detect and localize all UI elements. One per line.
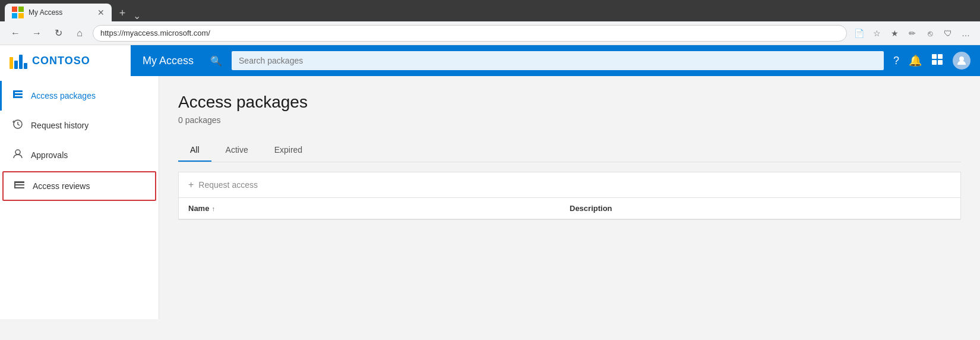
back-button[interactable]: ← xyxy=(7,25,24,42)
sidebar-item-access-packages[interactable]: Access packages xyxy=(0,81,159,111)
tabs-divider xyxy=(178,162,961,162)
access-packages-icon xyxy=(12,89,24,102)
notifications-icon[interactable]: 🔔 xyxy=(909,54,922,67)
address-bar-icons: 📄 ☆ ★ ✏ ⎋ 🛡 … xyxy=(852,26,973,40)
svg-rect-1 xyxy=(938,54,943,59)
sidebar-item-request-history[interactable]: Request history xyxy=(0,111,159,140)
app-header: CONTOSO My Access 🔍 ? 🔔 xyxy=(0,45,980,76)
request-history-icon xyxy=(12,119,24,132)
home-button[interactable]: ⌂ xyxy=(71,25,88,42)
access-reviews-icon xyxy=(14,180,26,193)
column-header-name[interactable]: Name ↑ xyxy=(188,204,570,213)
tab-all[interactable]: All xyxy=(178,139,211,162)
col-name-label: Name xyxy=(188,204,209,213)
svg-rect-0 xyxy=(932,54,937,59)
sidebar-label-approvals: Approvals xyxy=(31,150,68,160)
reader-view-icon[interactable]: 📄 xyxy=(852,26,866,40)
avatar[interactable] xyxy=(953,52,970,70)
sidebar-item-approvals[interactable]: Approvals xyxy=(0,140,159,170)
ms-favicon-icon xyxy=(12,7,24,18)
sidebar-label-access-reviews: Access reviews xyxy=(33,181,90,191)
svg-rect-12 xyxy=(15,184,24,185)
tab-close-button[interactable]: ✕ xyxy=(97,8,105,17)
logo-area: CONTOSO xyxy=(0,45,131,76)
app-title: My Access xyxy=(131,55,206,67)
content-area: Access packages 0 packages All Active Ex… xyxy=(159,76,980,319)
svg-rect-11 xyxy=(15,181,24,183)
forward-button[interactable]: → xyxy=(29,25,45,42)
tabs: All Active Expired xyxy=(178,139,961,162)
sidebar: Access packages Request history Approval… xyxy=(0,76,159,319)
refresh-button[interactable]: ↻ xyxy=(50,25,67,42)
sidebar-label-access-packages: Access packages xyxy=(31,91,96,100)
tab-active[interactable]: Active xyxy=(214,139,260,162)
header-icons: ? 🔔 xyxy=(893,52,980,70)
browser-tab-bar: My Access ✕ + ⌄ xyxy=(0,0,980,21)
packages-count: 0 packages xyxy=(178,115,961,125)
tab-dropdown-button[interactable]: ⌄ xyxy=(133,10,141,21)
contoso-logo-icon xyxy=(10,52,27,69)
sort-arrow-icon: ↑ xyxy=(211,205,215,212)
network-icon[interactable] xyxy=(931,53,943,68)
logo-text: CONTOSO xyxy=(32,55,90,67)
svg-rect-3 xyxy=(938,60,943,65)
approvals-icon xyxy=(12,149,24,162)
favorites-icon[interactable]: ★ xyxy=(887,26,902,40)
bookmark-icon[interactable]: ☆ xyxy=(870,26,884,40)
new-tab-button[interactable]: + xyxy=(114,5,131,21)
request-access-label: Request access xyxy=(198,180,258,190)
main-layout: Access packages Request history Approval… xyxy=(0,76,980,319)
more-icon[interactable]: … xyxy=(959,26,973,40)
svg-rect-2 xyxy=(932,60,937,65)
col-description-label: Description xyxy=(570,204,612,213)
pen-icon[interactable]: ✏ xyxy=(905,26,919,40)
column-header-description[interactable]: Description xyxy=(570,204,951,213)
svg-point-4 xyxy=(959,56,964,61)
share-icon[interactable]: ⎋ xyxy=(923,26,937,40)
search-icon: 🔍 xyxy=(210,55,222,67)
shield-icon[interactable]: 🛡 xyxy=(941,26,955,40)
page-title: Access packages xyxy=(178,93,961,112)
browser-tab[interactable]: My Access ✕ xyxy=(5,4,112,21)
tab-expired[interactable]: Expired xyxy=(263,139,314,162)
address-input[interactable] xyxy=(93,25,847,42)
address-bar-row: ← → ↻ ⌂ 📄 ☆ ★ ✏ ⎋ 🛡 … xyxy=(0,21,980,45)
request-access-row[interactable]: + Request access xyxy=(179,172,960,198)
sidebar-label-request-history: Request history xyxy=(31,121,88,130)
svg-point-10 xyxy=(15,150,20,155)
tab-title: My Access xyxy=(29,8,62,17)
sidebar-item-access-reviews[interactable]: Access reviews xyxy=(2,171,156,201)
svg-rect-8 xyxy=(13,90,15,98)
help-icon[interactable]: ? xyxy=(893,55,899,67)
search-input[interactable] xyxy=(232,51,884,70)
plus-icon: + xyxy=(188,180,194,190)
svg-rect-13 xyxy=(15,187,24,188)
table-header: Name ↑ Description xyxy=(179,198,960,219)
table-area: + Request access Name ↑ Description xyxy=(178,172,961,220)
